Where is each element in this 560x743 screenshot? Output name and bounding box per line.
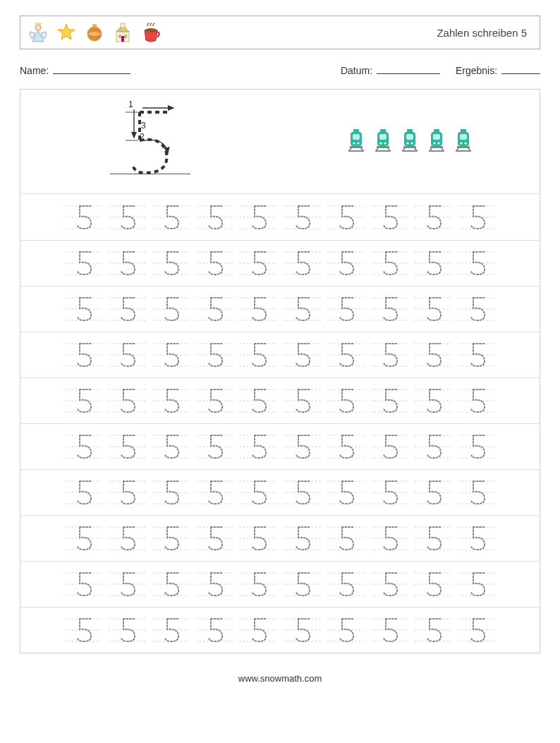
- tracing-cell[interactable]: [455, 428, 499, 465]
- tracing-cell[interactable]: [411, 199, 455, 236]
- tracing-cell[interactable]: [455, 382, 499, 419]
- tracing-cell[interactable]: [324, 474, 367, 511]
- tracing-cell[interactable]: [455, 337, 499, 373]
- tracing-cell[interactable]: [236, 612, 280, 648]
- tracing-cell[interactable]: [324, 612, 367, 648]
- tracing-cell[interactable]: [236, 337, 280, 373]
- tracing-cell[interactable]: [367, 382, 411, 419]
- tracing-cell[interactable]: [236, 474, 280, 511]
- tracing-cell[interactable]: [324, 199, 367, 236]
- tracing-cell[interactable]: [193, 612, 236, 648]
- tracing-cell[interactable]: [324, 382, 367, 419]
- tracing-cell[interactable]: [324, 566, 367, 603]
- tracing-cell[interactable]: [149, 428, 193, 465]
- tracing-cell[interactable]: [367, 337, 411, 373]
- tracing-cell[interactable]: [105, 337, 149, 373]
- tracing-cell[interactable]: [367, 612, 411, 648]
- tracing-cell[interactable]: [149, 199, 193, 236]
- tracing-cell[interactable]: [105, 474, 149, 511]
- tracing-cell[interactable]: [280, 382, 324, 419]
- tracing-cell[interactable]: [411, 291, 455, 327]
- tracing-cell[interactable]: [324, 520, 367, 557]
- tracing-cell[interactable]: [280, 291, 324, 327]
- tracing-cell[interactable]: [236, 382, 280, 419]
- tracing-cell[interactable]: [455, 566, 499, 603]
- tracing-cell[interactable]: [411, 337, 455, 373]
- tracing-cell[interactable]: [105, 566, 149, 603]
- tracing-cell[interactable]: [367, 566, 411, 603]
- tracing-cell[interactable]: [236, 520, 280, 557]
- tracing-cell[interactable]: [367, 291, 411, 327]
- tracing-cell[interactable]: [280, 337, 324, 373]
- tracing-cell[interactable]: [61, 566, 105, 603]
- tracing-cell[interactable]: [367, 520, 411, 557]
- tracing-cell[interactable]: [61, 337, 105, 373]
- tracing-cell[interactable]: [149, 245, 193, 282]
- tracing-cell[interactable]: [193, 428, 236, 465]
- tracing-cell[interactable]: [61, 474, 105, 511]
- tracing-cell[interactable]: [324, 428, 367, 465]
- tracing-cell[interactable]: [236, 428, 280, 465]
- tracing-cell[interactable]: [61, 612, 105, 648]
- tracing-cell[interactable]: [455, 291, 499, 327]
- tracing-cell[interactable]: [105, 520, 149, 557]
- tracing-cell[interactable]: [149, 474, 193, 511]
- tracing-cell[interactable]: [455, 612, 499, 648]
- tracing-cell[interactable]: [236, 199, 280, 236]
- tracing-cell[interactable]: [105, 382, 149, 419]
- tracing-cell[interactable]: [236, 245, 280, 282]
- tracing-cell[interactable]: [61, 199, 105, 236]
- tracing-cell[interactable]: [105, 612, 149, 648]
- tracing-cell[interactable]: [411, 382, 455, 419]
- tracing-cell[interactable]: [105, 199, 149, 236]
- tracing-cell[interactable]: [149, 337, 193, 373]
- tracing-cell[interactable]: [193, 382, 236, 419]
- tracing-cell[interactable]: [193, 566, 236, 603]
- tracing-cell[interactable]: [411, 245, 455, 282]
- tracing-cell[interactable]: [193, 199, 236, 236]
- tracing-cell[interactable]: [105, 291, 149, 327]
- tracing-cell[interactable]: [411, 474, 455, 511]
- tracing-cell[interactable]: [236, 566, 280, 603]
- tracing-cell[interactable]: [455, 520, 499, 557]
- tracing-cell[interactable]: [193, 520, 236, 557]
- tracing-cell[interactable]: [105, 245, 149, 282]
- result-blank[interactable]: [501, 66, 540, 74]
- date-blank[interactable]: [377, 66, 440, 74]
- tracing-cell[interactable]: [61, 520, 105, 557]
- tracing-cell[interactable]: [367, 245, 411, 282]
- tracing-cell[interactable]: [193, 245, 236, 282]
- name-blank[interactable]: [53, 66, 130, 74]
- tracing-cell[interactable]: [193, 474, 236, 511]
- tracing-cell[interactable]: [324, 291, 367, 327]
- tracing-cell[interactable]: [411, 612, 455, 648]
- tracing-cell[interactable]: [280, 474, 324, 511]
- tracing-cell[interactable]: [367, 474, 411, 511]
- tracing-cell[interactable]: [455, 245, 499, 282]
- tracing-cell[interactable]: [61, 291, 105, 327]
- tracing-cell[interactable]: [280, 566, 324, 603]
- tracing-cell[interactable]: [149, 612, 193, 648]
- tracing-cell[interactable]: [411, 520, 455, 557]
- tracing-cell[interactable]: [367, 428, 411, 465]
- tracing-cell[interactable]: [280, 245, 324, 282]
- tracing-cell[interactable]: [280, 612, 324, 648]
- tracing-cell[interactable]: [280, 199, 324, 236]
- tracing-cell[interactable]: [455, 199, 499, 236]
- tracing-cell[interactable]: [280, 428, 324, 465]
- tracing-cell[interactable]: [61, 428, 105, 465]
- tracing-cell[interactable]: [149, 382, 193, 419]
- tracing-cell[interactable]: [61, 382, 105, 419]
- tracing-cell[interactable]: [61, 245, 105, 282]
- tracing-cell[interactable]: [149, 566, 193, 603]
- tracing-cell[interactable]: [105, 428, 149, 465]
- tracing-cell[interactable]: [149, 291, 193, 327]
- tracing-cell[interactable]: [411, 566, 455, 603]
- tracing-cell[interactable]: [324, 245, 367, 282]
- tracing-cell[interactable]: [193, 291, 236, 327]
- tracing-cell[interactable]: [236, 291, 280, 327]
- tracing-cell[interactable]: [324, 337, 367, 373]
- tracing-cell[interactable]: [411, 428, 455, 465]
- tracing-cell[interactable]: [367, 199, 411, 236]
- tracing-cell[interactable]: [149, 520, 193, 557]
